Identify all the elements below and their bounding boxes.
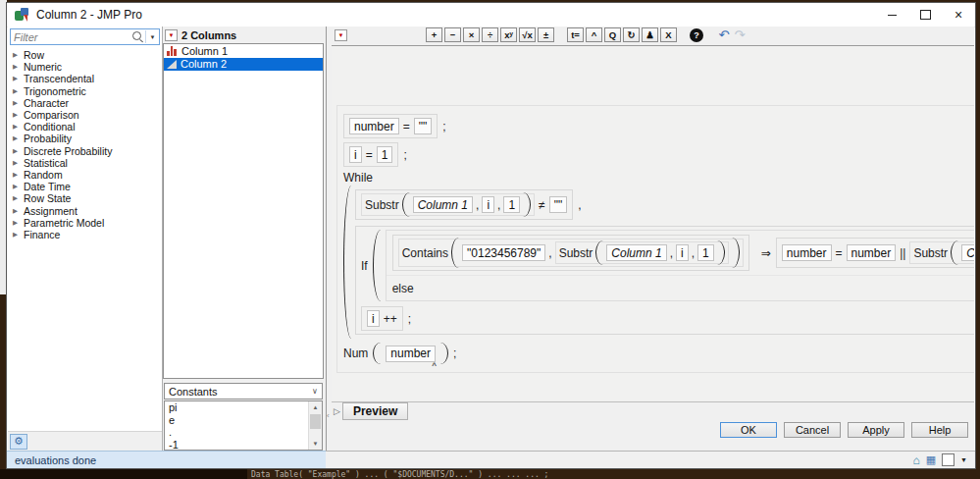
variable-box[interactable]: i bbox=[367, 310, 380, 327]
number-box[interactable]: 1 bbox=[697, 244, 714, 261]
scroll-up-icon[interactable]: ▲ bbox=[309, 401, 322, 413]
function-name[interactable]: Substr bbox=[365, 198, 399, 212]
expand-triangle-icon[interactable]: ▶ bbox=[13, 194, 20, 202]
splitter-collapse-icon[interactable]: ‹ bbox=[327, 411, 330, 420]
expand-triangle-icon[interactable]: ▶ bbox=[13, 171, 20, 179]
number-box[interactable]: 1 bbox=[503, 196, 520, 213]
function-category-item[interactable]: ▶ Character bbox=[8, 97, 162, 109]
function-name[interactable]: Contains bbox=[402, 246, 448, 260]
help-dialog-button[interactable]: Help bbox=[911, 422, 968, 438]
insert-root-button[interactable]: √x bbox=[519, 27, 536, 42]
peel-expression-button[interactable]: ^ bbox=[586, 27, 602, 42]
column-ref-box[interactable]: Column 1 bbox=[961, 244, 974, 261]
expand-triangle-icon[interactable]: ▶ bbox=[13, 219, 20, 227]
undo-button[interactable]: ↶ bbox=[716, 28, 732, 41]
expand-triangle-icon[interactable]: ▶ bbox=[13, 134, 20, 142]
knockout-term-button[interactable]: ♟ bbox=[642, 27, 658, 42]
function-category-item[interactable]: ▶ Finance bbox=[8, 229, 162, 240]
help-button[interactable]: ? bbox=[690, 28, 703, 42]
close-button[interactable]: × bbox=[942, 3, 975, 27]
expand-triangle-icon[interactable]: ▶ bbox=[13, 207, 20, 215]
expand-triangle-icon[interactable]: ▶ bbox=[13, 123, 20, 131]
rotate-operands-button[interactable]: ↻ bbox=[623, 27, 640, 42]
dropdown-arrow-icon[interactable]: ▼ bbox=[960, 456, 967, 463]
while-keyword[interactable]: While bbox=[343, 171, 373, 185]
expand-triangle-icon[interactable]: ▶ bbox=[13, 75, 20, 82]
preview-button[interactable]: Preview bbox=[342, 402, 408, 420]
disclosure-triangle-icon[interactable]: ▷ bbox=[334, 406, 340, 416]
constants-scrollbar[interactable]: ▲ ▼ bbox=[308, 401, 322, 450]
redo-button-disabled[interactable]: ↷ bbox=[732, 28, 748, 41]
function-category-item[interactable]: ▶ Parametric Model bbox=[8, 217, 162, 229]
function-category-item[interactable]: ▶ Statistical bbox=[8, 157, 162, 169]
function-category-item[interactable]: ▶ Date Time bbox=[8, 181, 162, 192]
constant-item[interactable]: . bbox=[165, 426, 322, 439]
expand-triangle-icon[interactable]: ▶ bbox=[13, 159, 20, 167]
constants-dropdown[interactable]: Constants ∨ bbox=[164, 383, 323, 399]
string-box[interactable]: "" bbox=[549, 196, 568, 213]
function-name[interactable]: Substr bbox=[559, 246, 593, 260]
cancel-button[interactable]: Cancel bbox=[784, 422, 841, 438]
insert-multiply-button[interactable]: × bbox=[463, 27, 480, 42]
formula-menu-button[interactable]: ▼ bbox=[335, 29, 347, 41]
function-category-item[interactable]: ▶ Assignment bbox=[8, 204, 162, 216]
expand-triangle-icon[interactable]: ▶ bbox=[13, 231, 20, 239]
settings-button[interactable]: ⚙ bbox=[10, 434, 27, 450]
variable-box[interactable]: number bbox=[782, 244, 832, 261]
function-category-item[interactable]: ▶ Row bbox=[8, 49, 162, 61]
columns-menu-button[interactable]: ▼ bbox=[165, 29, 178, 41]
column-ref-box[interactable]: Column 1 bbox=[413, 196, 473, 213]
function-category-item[interactable]: ▶ Trigonometric bbox=[8, 85, 162, 97]
filter-dropdown-button[interactable]: ▼ bbox=[146, 34, 159, 40]
zoom-formula-button[interactable]: Q bbox=[604, 27, 621, 42]
variable-box[interactable]: i bbox=[676, 244, 689, 261]
function-name[interactable]: Substr bbox=[913, 246, 948, 260]
expand-triangle-icon[interactable]: ▶ bbox=[13, 51, 20, 59]
function-category-item[interactable]: ▶ Row State bbox=[8, 192, 162, 204]
insert-plus-button[interactable]: + bbox=[426, 27, 442, 42]
number-box[interactable]: 1 bbox=[377, 146, 393, 163]
scrollbar-thumb[interactable] bbox=[310, 414, 321, 429]
column-ref-box[interactable]: Column 1 bbox=[606, 244, 666, 261]
scroll-down-icon[interactable]: ▼ bbox=[309, 438, 322, 450]
variable-box[interactable]: i bbox=[482, 196, 494, 213]
formula-canvas[interactable]: number = "" ; i = 1 ; bbox=[332, 46, 974, 402]
expand-triangle-icon[interactable]: ▶ bbox=[13, 63, 20, 71]
string-box[interactable]: "" bbox=[414, 118, 433, 134]
string-box[interactable]: "0123456789" bbox=[462, 244, 545, 261]
variable-box[interactable]: number bbox=[847, 244, 897, 261]
function-category-item[interactable]: ▶ Conditional bbox=[8, 121, 162, 133]
column-item-2-selected[interactable]: Column 2 bbox=[164, 58, 323, 72]
maximize-button[interactable] bbox=[908, 3, 942, 27]
variable-box[interactable]: i bbox=[349, 146, 362, 163]
expand-triangle-icon[interactable]: ▶ bbox=[13, 111, 20, 119]
ok-button[interactable]: OK bbox=[720, 422, 777, 438]
toggle-sign-button[interactable]: ± bbox=[538, 27, 554, 42]
insert-divide-button[interactable]: ÷ bbox=[482, 27, 498, 42]
expand-triangle-icon[interactable]: ▶ bbox=[13, 147, 20, 155]
apply-button[interactable]: Apply bbox=[848, 422, 904, 438]
titlebar[interactable]: Column 2 - JMP Pro × bbox=[7, 3, 975, 27]
table-grid-icon[interactable]: ▦ bbox=[926, 453, 936, 466]
constant-item[interactable]: -1 bbox=[165, 439, 322, 452]
function-category-item[interactable]: ▶ Numeric bbox=[8, 61, 162, 73]
function-category-item[interactable]: ▶ Random bbox=[8, 169, 162, 181]
color-swatch[interactable] bbox=[942, 453, 954, 466]
delete-term-button[interactable]: X bbox=[660, 27, 677, 42]
expand-triangle-icon[interactable]: ▶ bbox=[13, 87, 20, 95]
if-keyword[interactable]: If bbox=[361, 259, 368, 273]
else-keyword[interactable]: else bbox=[392, 282, 414, 295]
function-category-item[interactable]: ▶ Comparison bbox=[8, 109, 162, 121]
switch-terms-button[interactable]: t= bbox=[567, 27, 584, 42]
expand-triangle-icon[interactable]: ▶ bbox=[13, 99, 20, 107]
insert-power-button[interactable]: xʸ bbox=[500, 27, 517, 42]
insert-minus-button[interactable]: − bbox=[444, 27, 461, 42]
minimize-button[interactable] bbox=[875, 3, 908, 27]
function-category-item[interactable]: ▶ Discrete Probability bbox=[8, 145, 162, 157]
constant-item[interactable]: e bbox=[165, 414, 322, 427]
constant-item[interactable]: pi bbox=[165, 401, 322, 414]
home-icon[interactable]: ⌂ bbox=[912, 453, 919, 467]
function-name[interactable]: Num bbox=[343, 346, 368, 360]
function-category-item[interactable]: ▶ Transcendental bbox=[8, 73, 162, 84]
column-item-1[interactable]: Column 1 bbox=[164, 44, 323, 58]
